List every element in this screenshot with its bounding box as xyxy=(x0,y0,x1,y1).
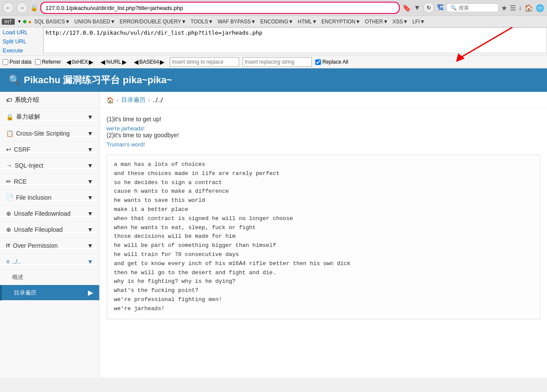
sidebar-item-fileinclusion[interactable]: 📄 File Inclusion ▼ xyxy=(0,190,99,206)
globe-icon[interactable]: 🌐 xyxy=(536,4,544,12)
rce-arrow: ▼ xyxy=(87,178,93,185)
post-data-checkbox[interactable] xyxy=(3,59,8,65)
dirlist-label: 目录遍历 xyxy=(14,289,36,297)
browser-toolbar: ← → 🔒 🔖 ▼ ↻ 🏗 🔍 ★ ☰ ↓ 🏠 🌐 xyxy=(0,0,547,16)
replace-all-option[interactable]: Replace All xyxy=(315,59,348,65)
nav-waf-bypass[interactable]: WAF BYPASS▼ xyxy=(216,18,258,26)
sidebar-item-dotdot[interactable]: ≡ ../.. ▼ xyxy=(0,254,99,270)
app-title: Pikachu 漏洞练习平台 pika~pika~ xyxy=(24,74,172,87)
bookmark-icon[interactable]: 🔖 xyxy=(402,4,411,12)
referrer-label: Referrer xyxy=(42,59,61,65)
breadcrumb-sep2: › xyxy=(148,97,150,104)
post-data-option[interactable]: Post data xyxy=(3,59,32,65)
sidebar-item-csrf[interactable]: ↩ CSRF ▼ xyxy=(0,142,99,158)
sidebar-sub-dirlist[interactable]: 目录遍历 ▶ xyxy=(0,285,99,301)
base64-left-arrow: ◀ xyxy=(134,58,139,65)
nav-tools[interactable]: TOOLS▼ xyxy=(189,18,215,26)
search-icon: 🔍 xyxy=(450,5,457,11)
hackbar-options: Post data Referrer ◀ 0xHEX ▶ ◀ %URL ▶ ◀ … xyxy=(0,55,547,68)
menu-icon[interactable]: ☰ xyxy=(510,4,516,12)
sidebar-item-intro[interactable]: 🏷 系统介绍 xyxy=(0,92,99,109)
search-input[interactable] xyxy=(459,5,493,11)
int-badge: INT xyxy=(2,19,15,25)
nav-encoding[interactable]: ENCODING▼ xyxy=(259,18,295,26)
hackbar-textarea[interactable]: http://127.0.0.1/pikachu/vul/dir/dir_lis… xyxy=(43,27,547,53)
referrer-checkbox[interactable] xyxy=(35,59,41,65)
sidebar-item-rce[interactable]: ✏ RCE ▼ xyxy=(0,174,99,190)
filedownload-label: Unsafe Filedownload xyxy=(14,210,87,217)
home-icon[interactable]: ▼ xyxy=(414,4,421,12)
sidebar-item-fileupload[interactable]: ⊕ Unsafe Fileupload ▼ xyxy=(0,222,99,238)
filedownload-arrow: ▼ xyxy=(87,210,93,217)
download-icon[interactable]: ↓ xyxy=(518,4,522,12)
sidebar-item-sqlinject[interactable]: → SQL-Inject ▼ xyxy=(0,158,99,174)
nav-html[interactable]: HTML▼ xyxy=(296,18,319,26)
nav-lfi[interactable]: LFI▼ xyxy=(411,18,427,26)
app-header: 🔍 Pikachu 漏洞练习平台 pika~pika~ xyxy=(0,68,547,92)
sqlinject-icon: → xyxy=(6,162,12,169)
active-indicator: ▶ xyxy=(88,288,93,297)
hex-left-arrow: ◀ xyxy=(66,58,71,65)
bruteforce-label: 暴力破解 xyxy=(16,113,87,121)
lock-icon: 🔒 xyxy=(30,4,38,11)
url-left-arrow: ◀ xyxy=(100,58,105,65)
content-link1[interactable]: we're jarheads! xyxy=(107,125,145,132)
dotdot-icon: ≡ xyxy=(6,258,10,265)
rce-label: RCE xyxy=(14,178,87,185)
dotdot-arrow: ▼ xyxy=(87,258,93,265)
main-content: 🏠 › 目录遍历 › ../../ (1)it's time to get up… xyxy=(100,92,547,378)
hackbar: INT ▼ ● ● SQL BASICS▼ UNION BASED▼ ERROR… xyxy=(0,16,547,68)
nav-union-based[interactable]: UNION BASED▼ xyxy=(73,18,117,26)
star-icon[interactable]: ★ xyxy=(501,4,507,12)
tag-icon: 🏷 xyxy=(6,97,12,104)
nav-error-double[interactable]: ERROR/DOUBLE QUERY▼ xyxy=(118,18,188,26)
hackbar-nav: INT ▼ ● ● SQL BASICS▼ UNION BASED▼ ERROR… xyxy=(0,16,547,27)
breadcrumb: 🏠 › 目录遍历 › ../../ xyxy=(100,92,547,109)
load-url-button[interactable]: Load URL xyxy=(3,29,40,36)
hackbar-main-area: Load URL Split URL Execute http://127.0.… xyxy=(0,27,547,55)
overview-label: 概述 xyxy=(12,274,23,280)
address-bar-container xyxy=(40,2,400,14)
url-encode-btn[interactable]: ◀ %URL ▶ xyxy=(99,58,129,66)
sidebar: 🏷 系统介绍 🔒 暴力破解 ▼ 📋 Cross-Site Scripting ▼… xyxy=(0,92,100,378)
back-button[interactable]: ← xyxy=(3,2,14,13)
content-line3: (2)it's time to say goodbye! xyxy=(107,132,540,139)
bruteforce-arrow: ▼ xyxy=(87,113,93,120)
overpermission-label: Over Permission xyxy=(13,242,87,249)
breadcrumb-link-dirlist[interactable]: 目录遍历 xyxy=(121,96,146,104)
int-dropdown-arrow[interactable]: ▼ xyxy=(17,19,22,24)
lock-icon: 🔒 xyxy=(6,113,13,120)
app-header-icon: 🔍 xyxy=(9,75,20,86)
sqlinject-arrow: ▼ xyxy=(87,162,93,169)
insert-replace-input[interactable] xyxy=(170,57,239,67)
execute-button[interactable]: Execute xyxy=(3,47,40,54)
hackbar-textarea-container: http://127.0.0.1/pikachu/vul/dir/dir_lis… xyxy=(43,27,547,55)
sidebar-item-xss[interactable]: 📋 Cross-Site Scripting ▼ xyxy=(0,126,99,142)
browser-chrome: ← → 🔒 🔖 ▼ ↻ 🏗 🔍 ★ ☰ ↓ 🏠 🌐 xyxy=(0,0,547,16)
sidebar-item-overpermission[interactable]: IT Over Permission ▼ xyxy=(0,238,99,254)
green-dot: ● xyxy=(23,17,27,26)
referrer-option[interactable]: Referrer xyxy=(35,59,61,65)
sidebar-item-bruteforce[interactable]: 🔒 暴力破解 ▼ xyxy=(0,109,99,126)
split-url-button[interactable]: Split URL xyxy=(3,38,40,45)
sidebar-sub-overview[interactable]: 概述 xyxy=(0,270,99,285)
sidebar-item-filedownload[interactable]: ⊕ Unsafe Filedownload ▼ xyxy=(0,206,99,222)
hex-encode-btn[interactable]: ◀ 0xHEX ▶ xyxy=(65,58,95,66)
nav-encryption[interactable]: ENCRYPTION▼ xyxy=(320,18,362,26)
content-line1: (1)it's time to get up! xyxy=(107,116,540,123)
nav-other[interactable]: OTHER▼ xyxy=(363,18,390,26)
yellow-dot: ● xyxy=(28,18,32,25)
csrf-label: CSRF xyxy=(14,146,87,153)
nav-sql-basics[interactable]: SQL BASICS▼ xyxy=(32,18,72,26)
refresh-button[interactable]: ↻ xyxy=(423,2,434,13)
address-bar[interactable] xyxy=(45,5,395,11)
csrf-icon: ↩ xyxy=(6,146,11,153)
insert-replacing-input[interactable] xyxy=(243,57,312,67)
replace-all-checkbox[interactable] xyxy=(315,59,321,65)
nav-xss[interactable]: XSS▼ xyxy=(391,18,410,26)
base64-encode-btn[interactable]: ◀ BASE64 ▶ xyxy=(132,58,166,66)
home2-icon[interactable]: 🏠 xyxy=(524,4,533,12)
forward-button[interactable]: → xyxy=(16,2,28,13)
filedownload-icon: ⊕ xyxy=(6,210,11,217)
content-link2[interactable]: Truman's word! xyxy=(107,141,145,148)
